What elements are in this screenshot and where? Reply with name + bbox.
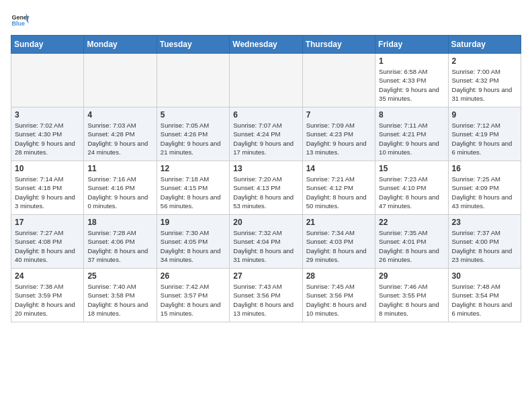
day-number: 17 [15,218,80,227]
calendar-day-cell [230,54,302,107]
day-info: Sunrise: 7:32 AM Sunset: 4:04 PM Dayligh… [233,228,298,264]
day-number: 20 [233,218,298,227]
day-number: 14 [306,164,371,173]
calendar-day-cell [302,54,375,107]
calendar-day-cell [157,54,229,107]
weekday-header-cell: Friday [375,36,448,54]
calendar-day-cell: 26Sunrise: 7:42 AM Sunset: 3:57 PM Dayli… [157,269,229,322]
calendar-week-row: 24Sunrise: 7:38 AM Sunset: 3:59 PM Dayli… [11,269,521,322]
day-number: 24 [15,271,80,281]
day-number: 27 [233,271,298,281]
day-info: Sunrise: 7:34 AM Sunset: 4:03 PM Dayligh… [306,228,371,264]
calendar-day-cell: 8Sunrise: 7:11 AM Sunset: 4:21 PM Daylig… [375,107,448,161]
calendar-day-cell: 13Sunrise: 7:20 AM Sunset: 4:13 PM Dayli… [230,161,302,215]
logo-icon: General Blue [11,11,30,30]
day-info: Sunrise: 7:30 AM Sunset: 4:05 PM Dayligh… [161,228,226,264]
day-info: Sunrise: 7:03 AM Sunset: 4:28 PM Dayligh… [87,121,152,156]
day-info: Sunrise: 7:28 AM Sunset: 4:06 PM Dayligh… [87,228,152,264]
calendar-day-cell: 16Sunrise: 7:25 AM Sunset: 4:09 PM Dayli… [448,161,521,215]
calendar-day-cell: 12Sunrise: 7:18 AM Sunset: 4:15 PM Dayli… [157,161,229,215]
day-number: 29 [379,271,444,281]
day-number: 18 [87,218,152,227]
day-number: 13 [233,164,298,173]
calendar-week-row: 10Sunrise: 7:14 AM Sunset: 4:18 PM Dayli… [11,161,521,215]
day-number: 8 [379,110,444,120]
day-number: 5 [161,110,226,120]
day-info: Sunrise: 7:43 AM Sunset: 3:56 PM Dayligh… [233,282,298,318]
day-info: Sunrise: 7:09 AM Sunset: 4:23 PM Dayligh… [306,121,371,156]
weekday-header-cell: Thursday [302,36,375,54]
calendar-day-cell: 21Sunrise: 7:34 AM Sunset: 4:03 PM Dayli… [302,215,375,269]
day-info: Sunrise: 7:14 AM Sunset: 4:18 PM Dayligh… [15,175,80,210]
weekday-header-cell: Wednesday [230,36,302,54]
calendar-day-cell: 18Sunrise: 7:28 AM Sunset: 4:06 PM Dayli… [84,215,157,269]
weekday-header-cell: Sunday [11,36,84,54]
day-number: 7 [306,110,371,120]
day-info: Sunrise: 7:38 AM Sunset: 3:59 PM Dayligh… [15,282,80,318]
calendar-day-cell [11,54,84,107]
calendar-day-cell: 23Sunrise: 7:37 AM Sunset: 4:00 PM Dayli… [448,215,521,269]
day-number: 4 [87,110,152,120]
calendar-day-cell: 3Sunrise: 7:02 AM Sunset: 4:30 PM Daylig… [11,107,84,161]
calendar-day-cell: 15Sunrise: 7:23 AM Sunset: 4:10 PM Dayli… [375,161,448,215]
day-info: Sunrise: 7:25 AM Sunset: 4:09 PM Dayligh… [452,175,517,210]
calendar-day-cell: 6Sunrise: 7:07 AM Sunset: 4:24 PM Daylig… [230,107,302,161]
calendar-day-cell: 30Sunrise: 7:48 AM Sunset: 3:54 PM Dayli… [448,269,521,322]
calendar-day-cell [84,54,157,107]
calendar-day-cell: 11Sunrise: 7:16 AM Sunset: 4:16 PM Dayli… [84,161,157,215]
weekday-header-cell: Monday [84,36,157,54]
day-number: 15 [379,164,444,173]
calendar-day-cell: 25Sunrise: 7:40 AM Sunset: 3:58 PM Dayli… [84,269,157,322]
svg-text:Blue: Blue [11,20,25,27]
weekday-header-row: SundayMondayTuesdayWednesdayThursdayFrid… [11,36,521,54]
day-info: Sunrise: 7:21 AM Sunset: 4:12 PM Dayligh… [306,175,371,210]
day-number: 25 [87,271,152,281]
day-info: Sunrise: 7:05 AM Sunset: 4:26 PM Dayligh… [161,121,226,156]
calendar-day-cell: 14Sunrise: 7:21 AM Sunset: 4:12 PM Dayli… [302,161,375,215]
day-info: Sunrise: 7:12 AM Sunset: 4:19 PM Dayligh… [452,121,517,156]
calendar-day-cell: 24Sunrise: 7:38 AM Sunset: 3:59 PM Dayli… [11,269,84,322]
logo: General Blue [11,11,30,30]
weekday-header-cell: Tuesday [157,36,229,54]
day-number: 2 [452,56,517,66]
day-number: 6 [233,110,298,120]
calendar-day-cell: 22Sunrise: 7:35 AM Sunset: 4:01 PM Dayli… [375,215,448,269]
day-number: 16 [452,164,517,173]
day-info: Sunrise: 7:42 AM Sunset: 3:57 PM Dayligh… [161,282,226,318]
calendar-day-cell: 7Sunrise: 7:09 AM Sunset: 4:23 PM Daylig… [302,107,375,161]
day-info: Sunrise: 7:02 AM Sunset: 4:30 PM Dayligh… [15,121,80,156]
day-info: Sunrise: 7:20 AM Sunset: 4:13 PM Dayligh… [233,175,298,210]
day-number: 11 [87,164,152,173]
page-header: General Blue [11,11,521,30]
day-number: 10 [15,164,80,173]
day-number: 19 [161,218,226,227]
weekday-header-cell: Saturday [448,36,521,54]
day-info: Sunrise: 7:46 AM Sunset: 3:55 PM Dayligh… [379,282,444,318]
day-number: 22 [379,218,444,227]
day-number: 3 [15,110,80,120]
calendar-day-cell: 2Sunrise: 7:00 AM Sunset: 4:32 PM Daylig… [448,54,521,107]
calendar-day-cell: 19Sunrise: 7:30 AM Sunset: 4:05 PM Dayli… [157,215,229,269]
calendar-day-cell: 5Sunrise: 7:05 AM Sunset: 4:26 PM Daylig… [157,107,229,161]
calendar-day-cell: 29Sunrise: 7:46 AM Sunset: 3:55 PM Dayli… [375,269,448,322]
calendar-table: SundayMondayTuesdayWednesdayThursdayFrid… [11,35,521,322]
calendar-body: 1Sunrise: 6:58 AM Sunset: 4:33 PM Daylig… [11,54,521,322]
day-info: Sunrise: 7:07 AM Sunset: 4:24 PM Dayligh… [233,121,298,156]
day-info: Sunrise: 7:48 AM Sunset: 3:54 PM Dayligh… [452,282,517,318]
day-number: 26 [161,271,226,281]
day-info: Sunrise: 7:35 AM Sunset: 4:01 PM Dayligh… [379,228,444,264]
day-number: 12 [161,164,226,173]
day-number: 9 [452,110,517,120]
day-info: Sunrise: 7:45 AM Sunset: 3:56 PM Dayligh… [306,282,371,318]
calendar-day-cell: 17Sunrise: 7:27 AM Sunset: 4:08 PM Dayli… [11,215,84,269]
calendar-day-cell: 4Sunrise: 7:03 AM Sunset: 4:28 PM Daylig… [84,107,157,161]
calendar-day-cell: 28Sunrise: 7:45 AM Sunset: 3:56 PM Dayli… [302,269,375,322]
calendar-day-cell: 27Sunrise: 7:43 AM Sunset: 3:56 PM Dayli… [230,269,302,322]
calendar-day-cell: 1Sunrise: 6:58 AM Sunset: 4:33 PM Daylig… [375,54,448,107]
day-info: Sunrise: 7:23 AM Sunset: 4:10 PM Dayligh… [379,175,444,210]
day-info: Sunrise: 7:16 AM Sunset: 4:16 PM Dayligh… [87,175,152,210]
calendar-week-row: 17Sunrise: 7:27 AM Sunset: 4:08 PM Dayli… [11,215,521,269]
day-number: 28 [306,271,371,281]
day-number: 30 [452,271,517,281]
day-info: Sunrise: 7:37 AM Sunset: 4:00 PM Dayligh… [452,228,517,264]
